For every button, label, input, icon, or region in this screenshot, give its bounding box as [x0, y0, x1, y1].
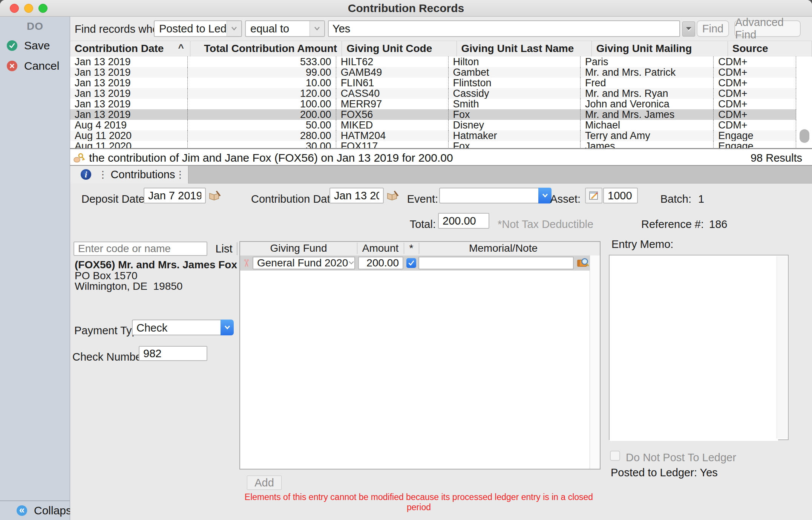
- do-sidebar: DO Save Cancel « Collapse: [0, 17, 70, 520]
- find-button[interactable]: Find: [697, 20, 729, 37]
- do-not-post-label: Do Not Post To Ledger: [626, 451, 736, 464]
- chevron-down-icon: [309, 21, 324, 36]
- event-value: [440, 190, 444, 202]
- column-header-source[interactable]: Source: [728, 41, 812, 57]
- giving-fund-value: General Fund 2020: [253, 257, 348, 269]
- save-label: Save: [24, 39, 50, 52]
- advanced-find-button-label: Advanced Find: [735, 16, 800, 41]
- tab-contributions[interactable]: Contributions ⋮: [107, 166, 188, 184]
- tax-column-header: *: [404, 242, 419, 255]
- memorial-lookup-icon[interactable]: [577, 257, 590, 270]
- column-header-giving-unit-code[interactable]: Giving Unit Code: [342, 41, 457, 57]
- deposit-date-label: Deposit Date:: [81, 193, 142, 205]
- payment-type-dropdown[interactable]: Check: [132, 320, 234, 335]
- giving-unit-search-input[interactable]: [74, 242, 207, 256]
- reference-label: Reference #:: [641, 218, 704, 231]
- save-check-icon: [7, 40, 17, 51]
- event-dropdown[interactable]: [439, 188, 552, 203]
- asset-edit-button[interactable]: [585, 188, 602, 203]
- tax-deductible-checkbox[interactable]: [406, 258, 416, 268]
- add-fund-row-button[interactable]: Add: [247, 476, 282, 490]
- cancel-button[interactable]: Cancel: [7, 60, 59, 72]
- collapse-chevrons-icon: «: [17, 505, 27, 516]
- column-header-mailing-name[interactable]: Giving Unit Mailing Name: [592, 41, 728, 57]
- contribution-date-input[interactable]: [329, 188, 384, 203]
- tab-bar: i ⋮ Contributions ⋮: [70, 166, 812, 184]
- save-button[interactable]: Save: [7, 39, 50, 52]
- zoom-window-icon[interactable]: [38, 4, 47, 13]
- advanced-find-button[interactable]: Advanced Find: [734, 20, 801, 37]
- list-button-label: List: [215, 243, 232, 255]
- cancel-x-icon: [7, 61, 17, 71]
- table-row-selected[interactable]: Jan 13 2019200.00FOX56FoxMr. and Mrs. Ja…: [70, 109, 796, 120]
- table-row[interactable]: Jan 13 2019120.00CASS40CassidyMr. and Mr…: [70, 88, 796, 99]
- fund-table-header: Giving Fund Amount * Memorial/Note: [240, 242, 600, 256]
- payment-type-dropdown-button[interactable]: [221, 320, 234, 335]
- search-options-button[interactable]: [682, 21, 695, 37]
- table-row[interactable]: Jan 13 201910.00FLIN61FlintstonFredCDM+: [70, 78, 796, 88]
- column-header-last-name[interactable]: Giving Unit Last Name: [457, 41, 592, 57]
- fund-amount-input[interactable]: [358, 257, 403, 269]
- chevron-down-icon: [348, 260, 354, 266]
- chevron-down-icon: [227, 21, 241, 36]
- table-row[interactable]: Jan 13 2019100.00MERR97SmithJohn and Ver…: [70, 99, 796, 109]
- tab-record-info[interactable]: i ⋮: [70, 166, 108, 184]
- vertical-dots-icon: ⋮: [98, 170, 108, 179]
- reference-number: Reference #: 186: [641, 218, 727, 231]
- memorial-note-input[interactable]: [418, 257, 574, 269]
- operator-selector-dropdown[interactable]: equal to: [245, 20, 325, 37]
- table-row[interactable]: Aug 11 202030.00FOX117FoxJamesEngage: [70, 141, 796, 149]
- minimize-window-icon[interactable]: [24, 4, 33, 13]
- collapse-button[interactable]: « Collapse: [17, 504, 78, 517]
- payment-type-value: Check: [133, 322, 167, 334]
- sort-ascending-icon: ^: [178, 40, 184, 55]
- entry-memo-textarea[interactable]: [610, 255, 778, 441]
- date-picker-icon[interactable]: [208, 190, 222, 203]
- contribution-records-window: Contribution Records DO Save Cancel « Co…: [0, 0, 812, 520]
- list-button[interactable]: List: [211, 242, 237, 255]
- table-row[interactable]: Jan 13 201999.00GAMB49GambetMr. and Mrs.…: [70, 67, 796, 78]
- contribution-date-label: Contribution Date:: [251, 193, 327, 205]
- asset-input[interactable]: [603, 188, 638, 203]
- fund-table-scrollbar-track[interactable]: [590, 255, 600, 469]
- memorial-column-header: Memorial/Note: [419, 242, 588, 255]
- asset-label: Asset:: [543, 193, 581, 205]
- check-number-input[interactable]: [139, 346, 207, 361]
- not-tax-deductible-note: *Not Tax Deductible: [498, 218, 593, 231]
- giving-unit-address1: PO Box 1570: [75, 271, 237, 281]
- entry-memo-box: [609, 255, 789, 440]
- dropdown-arrow-icon: [685, 26, 692, 32]
- batch-value: 1: [698, 193, 704, 205]
- operator-selector-value: equal to: [246, 23, 309, 35]
- results-scrollbar-thumb[interactable]: [800, 129, 809, 143]
- status-text: the contribution of Jim and Jane Fox (FO…: [89, 151, 453, 164]
- table-row[interactable]: Jan 13 2019533.00HILT62HiltonParisCDM+: [70, 57, 796, 67]
- results-count: 98 Results: [751, 152, 802, 164]
- do-not-post-checkbox[interactable]: [610, 451, 620, 461]
- search-value-input[interactable]: [328, 20, 680, 37]
- posted-to-ledger-status: Posted to Ledger: Yes: [611, 466, 718, 479]
- entry-memo-scrollbar-track[interactable]: [777, 256, 787, 439]
- date-picker-icon[interactable]: [386, 190, 400, 203]
- table-row[interactable]: Aug 4 201950.00MIKEDDisneyMichaelCDM+: [70, 120, 796, 130]
- field-selector-dropdown[interactable]: Posted to Ledger: [154, 20, 242, 37]
- status-bar: the contribution of Jim and Jane Fox (FO…: [70, 150, 812, 166]
- amount-column-header: Amount: [357, 242, 404, 255]
- scissors-delete-icon[interactable]: ✂: [240, 259, 253, 268]
- deposit-date-input[interactable]: [144, 188, 206, 203]
- giving-unit-name: (FOX56) Mr. and Mrs. James Fox: [75, 260, 237, 271]
- find-bar: Find records where Posted to Ledger equa…: [70, 17, 812, 41]
- total-input[interactable]: [438, 213, 489, 229]
- contributions-tab-label: Contributions: [111, 168, 175, 181]
- total-label: Total:: [391, 218, 436, 231]
- results-table-body: Jan 13 2019533.00HILT62HiltonParisCDM+ J…: [70, 57, 812, 149]
- do-header: DO: [0, 20, 70, 32]
- giving-fund-dropdown[interactable]: General Fund 2020: [253, 257, 355, 269]
- table-row[interactable]: Aug 11 2020280.00HATM204HatmakerTerry an…: [70, 130, 796, 141]
- batch-label: Batch:: [651, 193, 691, 205]
- edit-pad-icon: [588, 190, 599, 201]
- check-number-label: Check Number:: [72, 351, 148, 363]
- close-window-icon[interactable]: [10, 4, 19, 13]
- column-header-total-amount[interactable]: Total Contribution Amount: [190, 41, 342, 57]
- column-header-contribution-date[interactable]: Contribution Date ^: [70, 41, 190, 57]
